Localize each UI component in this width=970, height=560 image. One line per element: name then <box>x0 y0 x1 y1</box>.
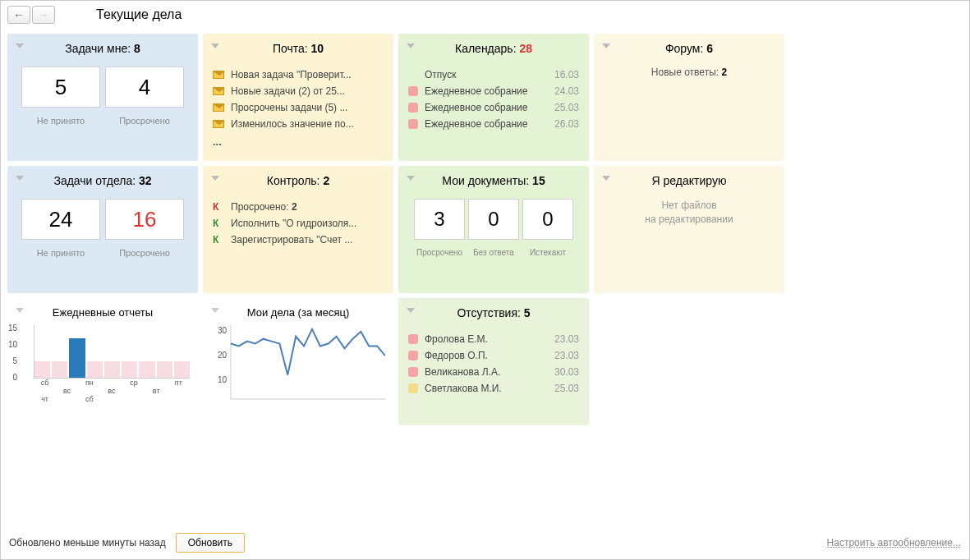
refresh-button[interactable]: Обновить <box>176 533 245 553</box>
svg-text:30: 30 <box>218 326 228 335</box>
mail-icon <box>213 103 224 112</box>
forum-card: Форум: 6 Новые ответы: 2 <box>594 34 784 161</box>
mail-icon <box>213 87 224 95</box>
marker-icon <box>408 334 418 344</box>
absence-item[interactable]: Светлакова М.И.25.03 <box>408 380 579 397</box>
mail-item[interactable]: Изменилось значение по... <box>213 116 384 132</box>
absences-card: Отсутствия: 5 Фролова Е.М.23.03 Федоров … <box>398 298 589 425</box>
calendar-item[interactable]: Отпуск16.03 <box>408 67 579 83</box>
absence-item[interactable]: Фролова Е.М.23.03 <box>408 331 579 347</box>
stat-not-accepted[interactable]: 24 <box>21 199 100 240</box>
card-title: Задачи отдела: 32 <box>17 174 188 187</box>
updated-text: Обновлено меньше минуты назад <box>9 537 166 549</box>
daily-reports-card: Ежедневные отчеты 15 10 5 0 сбпнсрптвсвс… <box>7 298 198 425</box>
page-title: Текущие дела <box>96 7 182 22</box>
stat-label: Не принято <box>21 248 100 258</box>
chevron-down-icon[interactable] <box>602 44 610 48</box>
card-title: Я редактирую <box>604 174 775 187</box>
chevron-down-icon[interactable] <box>407 176 415 181</box>
my-deals-card: Мои дела (за месяц) 30 20 10 <box>203 298 393 425</box>
stat-label: Без ответа <box>468 248 519 257</box>
control-item[interactable]: КЗарегистрировать "Счет ... <box>213 232 384 248</box>
absence-item[interactable]: Федоров О.П.23.03 <box>408 347 579 364</box>
card-title: Почта: 10 <box>213 42 384 55</box>
calendar-item[interactable]: Ежедневное собрание25.03 <box>408 99 579 116</box>
editing-card: Я редактирую Нет файловна редактировании <box>594 166 784 293</box>
mail-more[interactable]: ... <box>213 132 384 148</box>
k-marker-icon: К <box>213 201 224 213</box>
stat-label: Просрочено <box>414 248 465 257</box>
chevron-down-icon[interactable] <box>407 308 415 313</box>
line-chart: 30 20 10 <box>213 325 385 403</box>
tasks-mine-card: Задачи мне: 8 5 4 Не принято Просрочено <box>7 34 198 161</box>
empty-text: Нет файловна редактировании <box>604 199 775 227</box>
card-title: Календарь: 28 <box>408 42 579 55</box>
chart-title: Мои дела (за месяц) <box>213 306 384 319</box>
settings-link[interactable]: Настроить автообновление... <box>827 537 961 549</box>
stat-overdue[interactable]: 3 <box>414 199 465 240</box>
calendar-card: Календарь: 28 Отпуск16.03 Ежедневное соб… <box>398 34 589 161</box>
stat-label: Просрочено <box>105 116 184 126</box>
stat-label: Не принято <box>21 116 100 126</box>
stat-label: Истекают <box>522 248 573 257</box>
mydocs-card: Мои документы: 15 3 0 0 Просрочено Без о… <box>398 166 589 293</box>
mail-icon <box>213 71 224 79</box>
card-title: Мои документы: 15 <box>408 174 579 187</box>
k-marker-icon: К <box>213 218 224 229</box>
chevron-down-icon[interactable] <box>211 176 219 181</box>
tasks-dept-card: Задачи отдела: 32 24 16 Не принято Проср… <box>7 166 198 293</box>
chevron-down-icon[interactable] <box>211 44 219 48</box>
calendar-item[interactable]: Ежедневное собрание24.03 <box>408 83 579 99</box>
card-title: Задачи мне: 8 <box>17 42 188 55</box>
mail-item[interactable]: Новые задачи (2) от 25... <box>213 83 384 99</box>
mail-item[interactable]: Новая задача "Проверит... <box>213 67 384 83</box>
card-title: Форум: 6 <box>604 42 775 55</box>
marker-icon <box>408 119 418 129</box>
control-card: Контроль: 2 КПросрочено: 2 КИсполнить "О… <box>203 166 393 293</box>
chevron-down-icon[interactable] <box>211 308 219 313</box>
marker-icon <box>408 383 418 393</box>
chevron-down-icon[interactable] <box>407 44 415 48</box>
marker-icon <box>408 351 418 360</box>
control-item[interactable]: КИсполнить "О гидроизоля... <box>213 215 384 232</box>
mail-card: Почта: 10 Новая задача "Проверит... Новы… <box>203 34 393 161</box>
k-marker-icon: К <box>213 234 224 246</box>
marker-icon <box>408 367 418 377</box>
mail-icon <box>213 120 224 128</box>
stat-expiring[interactable]: 0 <box>522 199 573 240</box>
stat-not-accepted[interactable]: 5 <box>21 67 100 108</box>
forum-new-replies[interactable]: Новые ответы: 2 <box>604 67 775 78</box>
stat-label: Просрочено <box>105 248 184 258</box>
control-item[interactable]: КПросрочено: 2 <box>213 199 384 215</box>
marker-icon <box>408 86 418 96</box>
mail-item[interactable]: Просрочены задачи (5) ... <box>213 99 384 116</box>
chevron-down-icon[interactable] <box>602 176 610 181</box>
calendar-item[interactable]: Ежедневное собрание26.03 <box>408 116 579 132</box>
bar-chart: 15 10 5 0 сбпнсрптвсвсвтчтсб <box>17 325 190 403</box>
chevron-down-icon[interactable] <box>16 308 24 313</box>
absence-item[interactable]: Великанова Л.А.30.03 <box>408 364 579 380</box>
chevron-down-icon[interactable] <box>16 176 24 181</box>
marker-icon <box>408 103 418 112</box>
svg-text:20: 20 <box>218 351 228 360</box>
chart-title: Ежедневные отчеты <box>17 306 188 319</box>
svg-text:10: 10 <box>218 375 228 384</box>
nav-back-button[interactable]: ← <box>7 6 30 24</box>
nav-forward-button[interactable]: → <box>32 6 55 24</box>
chevron-down-icon[interactable] <box>16 44 24 48</box>
stat-overdue[interactable]: 4 <box>105 67 184 108</box>
stat-noanswer[interactable]: 0 <box>468 199 519 240</box>
card-title: Отсутствия: 5 <box>408 306 579 319</box>
stat-overdue[interactable]: 16 <box>105 199 184 240</box>
card-title: Контроль: 2 <box>213 174 384 187</box>
